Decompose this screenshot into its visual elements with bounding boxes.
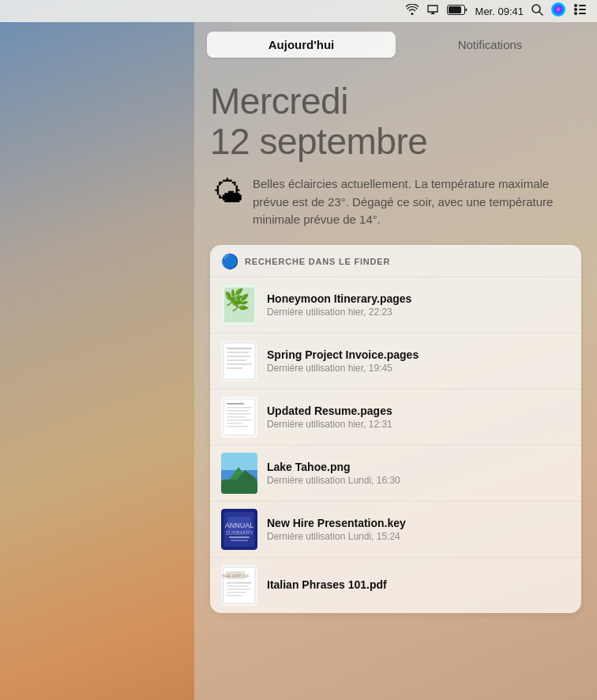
svg-text:THE ART OF: THE ART OF — [221, 574, 249, 578]
svg-text:ANNUAL: ANNUAL — [225, 521, 254, 529]
file-thumbnail: 🌿 — [221, 284, 257, 326]
file-thumbnail: THE ART OF — [221, 565, 257, 606]
file-name: Lake Tahoe.png — [267, 461, 570, 473]
svg-point-4 — [551, 2, 565, 17]
siri-icon[interactable] — [551, 2, 565, 20]
day-header: Mercredi 12 septembre — [210, 81, 581, 161]
finder-widget: 🔵 RECHERCHE DANS LE FINDER 🌿 Honeymoon I… — [210, 245, 581, 613]
file-thumbnail — [221, 341, 257, 382]
file-info: Honeymoon Itinerary.pages Dernière utili… — [267, 292, 570, 318]
tab-notifications[interactable]: Notifications — [396, 32, 584, 58]
svg-point-5 — [574, 4, 577, 7]
svg-point-6 — [574, 8, 577, 11]
menubar-right: Mer. 09:41 — [406, 2, 586, 20]
nc-content: Mercredi 12 septembre 🌤 Belles éclaircie… — [194, 66, 597, 692]
svg-rect-20 — [227, 363, 252, 365]
file-name: Spring Project Invoice.pages — [267, 348, 570, 361]
list-item[interactable]: ANNUAL SUMMARY New Hire Presentation.key… — [210, 502, 581, 558]
list-item[interactable]: Spring Project Invoice.pages Dernière ut… — [210, 333, 581, 390]
svg-rect-24 — [227, 403, 244, 405]
file-date: Dernière utilisation hier, 22:23 — [267, 307, 570, 318]
svg-rect-18 — [227, 356, 250, 357]
finder-title: RECHERCHE DANS LE FINDER — [245, 257, 390, 266]
list-item[interactable]: THE ART OF Italian Phrases 101.pdf — [210, 558, 581, 613]
svg-rect-19 — [227, 359, 246, 361]
list-item[interactable]: Lake Tahoe.png Dernière utilisation Lund… — [210, 446, 581, 502]
file-thumbnail — [221, 453, 257, 494]
weather-icon: 🌤 — [213, 177, 243, 207]
airplay-icon[interactable] — [426, 4, 439, 18]
svg-rect-26 — [227, 410, 249, 412]
svg-rect-48 — [227, 582, 252, 584]
menubar-time[interactable]: Mer. 09:41 — [475, 6, 524, 17]
svg-rect-27 — [227, 413, 250, 415]
svg-rect-25 — [227, 407, 252, 408]
svg-rect-28 — [227, 416, 246, 418]
svg-rect-52 — [227, 595, 242, 597]
svg-rect-31 — [227, 426, 249, 427]
file-date: Dernière utilisation Lundi, 15:24 — [267, 531, 570, 542]
wifi-icon[interactable] — [406, 4, 419, 18]
svg-rect-30 — [227, 423, 242, 424]
svg-rect-17 — [227, 352, 249, 353]
svg-rect-10 — [579, 13, 586, 14]
file-name: Italian Phrases 101.pdf — [267, 578, 570, 591]
day-name: Mercredi — [210, 81, 581, 122]
svg-rect-50 — [227, 589, 250, 590]
battery-icon — [447, 4, 467, 18]
svg-text:🌿: 🌿 — [230, 293, 250, 312]
file-name: New Hire Presentation.key — [267, 517, 570, 529]
weather-description: Belles éclaircies actuellement. La tempé… — [253, 175, 578, 229]
file-thumbnail — [221, 397, 257, 438]
svg-line-3 — [539, 12, 543, 15]
svg-text:SUMMARY: SUMMARY — [225, 530, 253, 536]
svg-rect-42 — [231, 540, 248, 541]
svg-rect-9 — [579, 9, 586, 10]
finder-icon: 🔵 — [221, 253, 238, 270]
svg-rect-16 — [227, 348, 252, 349]
svg-rect-1 — [449, 6, 461, 13]
file-name: Updated Resume.pages — [267, 405, 570, 417]
list-item[interactable]: 🌿 Honeymoon Itinerary.pages Dernière uti… — [210, 277, 581, 333]
svg-rect-41 — [229, 536, 250, 538]
svg-point-7 — [574, 12, 577, 15]
weather-widget: 🌤 Belles éclaircies actuellement. La tem… — [210, 175, 581, 229]
svg-rect-49 — [227, 585, 249, 587]
search-icon[interactable] — [531, 4, 543, 19]
notification-center-panel: Aujourd'hui Notifications Mercredi 12 se… — [194, 22, 597, 700]
day-date: 12 septembre — [210, 122, 581, 162]
list-item[interactable]: Updated Resume.pages Dernière utilisatio… — [210, 390, 581, 446]
file-thumbnail: ANNUAL SUMMARY — [221, 509, 257, 550]
svg-rect-21 — [227, 367, 242, 369]
svg-rect-8 — [579, 5, 586, 6]
file-info: Updated Resume.pages Dernière utilisatio… — [267, 405, 570, 430]
file-info: Lake Tahoe.png Dernière utilisation Lund… — [267, 461, 570, 486]
file-date: Dernière utilisation hier, 19:45 — [267, 363, 570, 374]
file-info: Italian Phrases 101.pdf — [267, 578, 570, 593]
file-info: Spring Project Invoice.pages Dernière ut… — [267, 348, 570, 374]
file-date: Dernière utilisation hier, 12:31 — [267, 419, 570, 430]
control-center-icon[interactable] — [573, 4, 586, 18]
file-name: Honeymoon Itinerary.pages — [267, 292, 570, 305]
svg-rect-12 — [224, 288, 254, 322]
finder-header: 🔵 RECHERCHE DANS LE FINDER — [210, 245, 581, 277]
svg-rect-29 — [227, 420, 252, 421]
file-info: New Hire Presentation.key Dernière utili… — [267, 517, 570, 542]
tab-bar: Aujourd'hui Notifications — [194, 22, 597, 66]
menubar: Mer. 09:41 — [0, 0, 597, 22]
svg-rect-35 — [221, 480, 257, 494]
svg-rect-51 — [227, 592, 246, 593]
file-date: Dernière utilisation Lundi, 16:30 — [267, 475, 570, 486]
tab-today[interactable]: Aujourd'hui — [207, 32, 396, 58]
